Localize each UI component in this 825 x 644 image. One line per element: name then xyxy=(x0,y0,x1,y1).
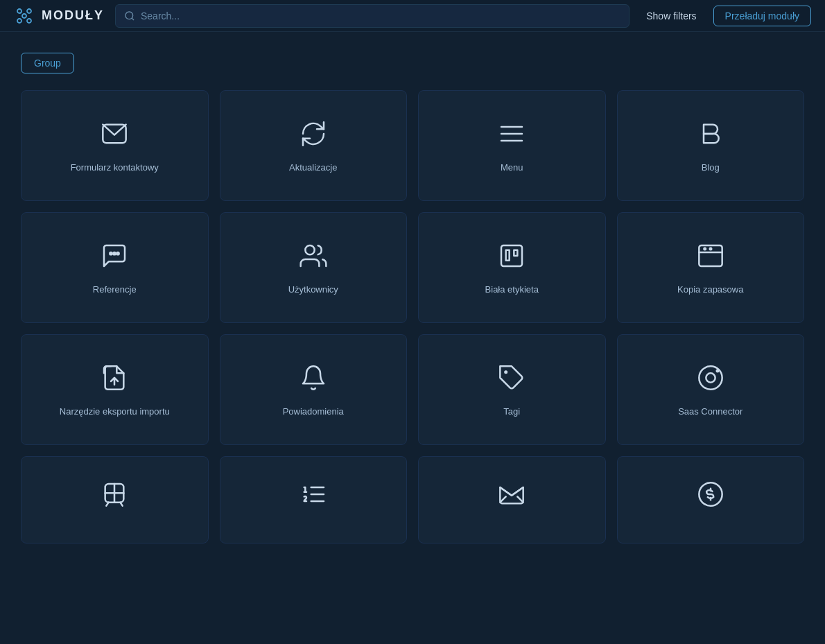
module-card-formularz-kontaktowy[interactable]: Formularz kontaktowy xyxy=(21,90,209,201)
module-icon-trello xyxy=(495,239,528,272)
module-icon-train xyxy=(98,478,131,511)
module-card-biala-etykieta[interactable]: Biała etykieta xyxy=(418,212,606,323)
search-icon xyxy=(124,10,135,21)
browse-modules-button[interactable]: Przeładuj moduły xyxy=(713,6,811,26)
module-card-powiadomienia[interactable]: Powiadomienia xyxy=(220,334,408,445)
module-label-uzytkownicy: Użytkownicy xyxy=(288,284,338,296)
svg-point-3 xyxy=(27,19,31,23)
module-label-blog: Blog xyxy=(702,162,720,174)
logo-text: MODUŁY xyxy=(42,8,104,23)
module-card-module-15[interactable] xyxy=(418,456,606,543)
svg-point-4 xyxy=(22,14,26,18)
svg-point-14 xyxy=(305,245,314,254)
svg-point-26 xyxy=(715,369,719,372)
module-icon-menu-lines xyxy=(495,117,528,150)
svg-point-11 xyxy=(110,252,112,254)
search-bar xyxy=(115,4,629,28)
svg-line-30 xyxy=(107,503,109,506)
module-label-powiadomienia: Powiadomienia xyxy=(283,406,344,418)
logo: MODUŁY xyxy=(14,6,104,26)
svg-point-5 xyxy=(125,12,133,19)
module-card-aktualizacje[interactable]: Aktualizacje xyxy=(220,90,408,201)
module-icon-refresh xyxy=(297,117,330,150)
modules-grid: Formularz kontaktowyAktualizacjeMenuBlog… xyxy=(21,90,804,543)
svg-point-0 xyxy=(17,9,21,13)
show-filters-button[interactable]: Show filters xyxy=(641,10,702,21)
search-input[interactable] xyxy=(141,10,620,21)
module-label-referencje: Referencje xyxy=(93,284,137,296)
module-label-narzedzie-eksportu: Narzędzie eksportu importu xyxy=(60,406,170,418)
module-card-tagi[interactable]: Tagi xyxy=(418,334,606,445)
svg-point-1 xyxy=(27,9,31,13)
module-icon-circle-dollar xyxy=(694,478,727,511)
svg-rect-16 xyxy=(506,250,510,261)
svg-rect-17 xyxy=(514,250,518,256)
module-card-menu[interactable]: Menu xyxy=(418,90,606,201)
module-card-kopia-zapasowa[interactable]: Kopia zapasowa xyxy=(617,212,805,323)
module-label-formularz-kontaktowy: Formularz kontaktowy xyxy=(71,162,159,174)
svg-rect-15 xyxy=(501,245,522,266)
module-icon-users xyxy=(297,239,330,272)
module-card-referencje[interactable]: Referencje xyxy=(21,212,209,323)
module-icon-tag xyxy=(495,361,528,394)
svg-point-25 xyxy=(706,373,715,382)
module-icon-camera-circle xyxy=(694,361,727,394)
main-content: Group Formularz kontaktowyAktualizacjeMe… xyxy=(0,32,825,644)
module-label-tagi: Tagi xyxy=(503,406,520,418)
module-card-module-16[interactable] xyxy=(617,456,805,543)
module-icon-chat-dots xyxy=(98,239,131,272)
logo-icon xyxy=(14,6,35,26)
module-icon-envelope-open xyxy=(495,478,528,511)
module-card-saas-connector[interactable]: Saas Connector xyxy=(617,334,805,445)
module-label-biala-etykieta: Biała etykieta xyxy=(485,284,539,296)
module-icon-envelope xyxy=(98,117,131,150)
module-icon-bell xyxy=(297,361,330,394)
module-card-blog[interactable]: Blog xyxy=(617,90,805,201)
svg-line-6 xyxy=(132,18,134,20)
module-label-kopia-zapasowa: Kopia zapasowa xyxy=(677,284,743,296)
module-label-saas-connector: Saas Connector xyxy=(678,406,742,418)
svg-point-13 xyxy=(117,252,119,254)
svg-point-12 xyxy=(114,252,116,254)
module-icon-list-numbered xyxy=(297,478,330,511)
module-card-uzytkownicy[interactable]: Użytkownicy xyxy=(220,212,408,323)
module-icon-backup xyxy=(694,239,727,272)
group-button[interactable]: Group xyxy=(21,53,74,73)
module-card-module-13[interactable] xyxy=(21,456,209,543)
app-header: MODUŁY Show filters Przeładuj moduły xyxy=(0,0,825,32)
module-label-aktualizacje: Aktualizacje xyxy=(289,162,337,174)
module-card-module-14[interactable] xyxy=(220,456,408,543)
module-card-narzedzie-eksportu[interactable]: Narzędzie eksportu importu xyxy=(21,334,209,445)
module-icon-file-import xyxy=(98,361,131,394)
module-icon-bold-b xyxy=(694,117,727,150)
svg-point-2 xyxy=(17,19,21,23)
svg-line-31 xyxy=(121,503,123,506)
module-label-menu: Menu xyxy=(501,162,523,174)
